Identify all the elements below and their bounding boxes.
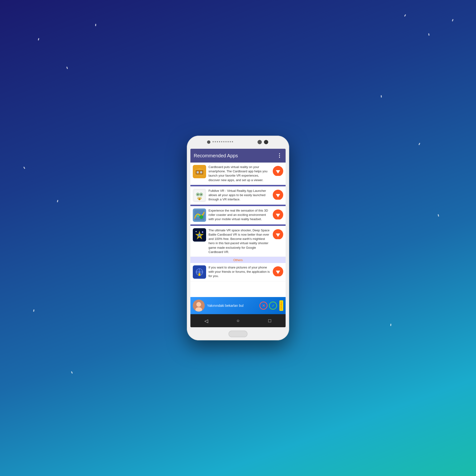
svg-point-17 [196, 214, 199, 217]
recents-button[interactable]: □ [264, 315, 276, 327]
ad-actions: ✕ ✓ [259, 302, 277, 310]
earpiece-icon [264, 140, 268, 144]
app-description-space: The ultimate VR space shooter, Deep Spac… [208, 228, 272, 254]
ad-banner: Yakınındaki bekarları bul ✕ ✓ TWOO [190, 297, 286, 314]
ad-accept-button[interactable]: ✓ [269, 302, 277, 310]
svg-point-14 [199, 198, 200, 200]
speaker-dots [213, 141, 233, 142]
app-icon-space [193, 228, 206, 241]
list-item: Cardboard puts virtual reality on your s… [190, 163, 286, 185]
phone-bottom [187, 327, 289, 340]
svg-point-16 [200, 215, 203, 219]
others-section-header: Others [190, 257, 286, 263]
svg-point-21 [196, 231, 197, 232]
app-description-coaster: Experience the real life sensation of th… [208, 208, 272, 221]
app-title: Recommended Apps [194, 153, 238, 158]
app-list: Cardboard puts virtual reality on your s… [190, 163, 286, 297]
front-camera-icon [257, 140, 262, 144]
svg-point-11 [197, 194, 198, 194]
list-item: Fulldive VR - Virtual Reality App Launch… [190, 186, 286, 205]
ad-avatar [193, 300, 205, 311]
svg-rect-5 [199, 171, 200, 173]
app-description-share: If you want to share pictures of your ph… [208, 265, 272, 278]
nav-bar: ◁ ○ □ [190, 314, 286, 327]
ad-logo: TWOO [279, 300, 283, 311]
svg-rect-26 [199, 273, 200, 274]
download-button-space[interactable] [273, 229, 283, 240]
download-button-fulldive[interactable] [273, 190, 283, 200]
app-description-cardboard: Cardboard puts virtual reality on your s… [208, 165, 272, 182]
others-label: Others [233, 258, 242, 262]
app-description-fulldive: Fulldive VR - Virtual Reality App Launch… [208, 189, 272, 202]
phone-screen: Recommended Apps ⋮ Cardb [190, 149, 286, 327]
phone-frame: Recommended Apps ⋮ Cardb [187, 136, 289, 340]
phone-top [187, 136, 289, 149]
svg-point-9 [197, 194, 199, 195]
svg-point-3 [197, 171, 199, 173]
svg-point-28 [196, 302, 201, 307]
ad-reject-button[interactable]: ✕ [259, 302, 268, 310]
list-item: The ultimate VR space shooter, Deep Spac… [190, 226, 286, 257]
app-icon-coaster [193, 208, 206, 222]
camera-icon [207, 140, 210, 144]
physical-home-button[interactable] [228, 331, 248, 337]
svg-point-20 [202, 231, 203, 233]
download-button-cardboard[interactable] [273, 166, 283, 176]
app-icon-share [193, 265, 206, 279]
download-button-coaster[interactable] [273, 209, 283, 220]
app-icon-cardboard [193, 165, 206, 178]
svg-point-4 [200, 171, 202, 173]
app-header: Recommended Apps ⋮ [190, 149, 286, 163]
svg-rect-25 [199, 273, 200, 276]
menu-icon[interactable]: ⋮ [277, 153, 282, 159]
list-item: If you want to share pictures of your ph… [190, 263, 286, 281]
home-button[interactable]: ○ [232, 315, 244, 327]
app-icon-fulldive [193, 189, 206, 202]
ad-text: Yakınındaki bekarları bul [207, 304, 257, 307]
svg-point-10 [200, 194, 202, 195]
download-button-share[interactable] [273, 266, 283, 277]
back-button[interactable]: ◁ [200, 315, 212, 327]
list-item: Experience the real life sensation of th… [190, 206, 286, 224]
svg-point-12 [201, 194, 201, 194]
